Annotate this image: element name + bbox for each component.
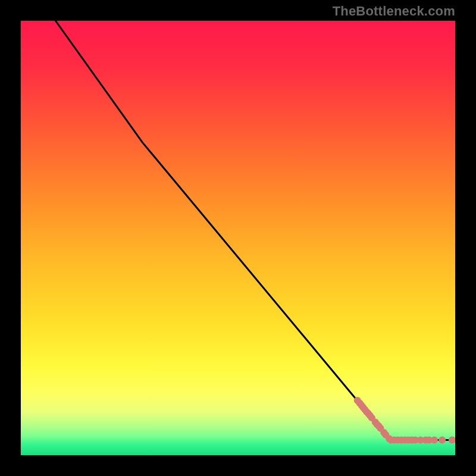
plot-area: [21, 21, 455, 455]
chart-frame: TheBottleneck.com: [0, 0, 476, 476]
watermark-text: TheBottleneck.com: [333, 4, 455, 19]
data-point: [449, 436, 455, 443]
data-point: [431, 436, 438, 443]
chart-overlay: [21, 21, 455, 455]
curve-line: [55, 21, 455, 440]
data-point: [439, 436, 446, 443]
